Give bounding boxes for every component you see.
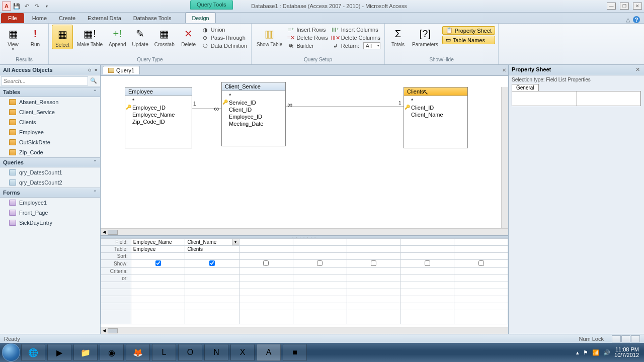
nav-item-client-service[interactable]: Client_Service bbox=[0, 107, 100, 117]
show-checkbox[interactable] bbox=[155, 260, 161, 266]
crosstab-button[interactable]: ▦Crosstab bbox=[152, 25, 177, 48]
table-names-toggle[interactable]: ▭Table Names bbox=[442, 36, 495, 44]
qbe-cell[interactable] bbox=[400, 268, 454, 275]
tray-action-center-icon[interactable]: ⚑ bbox=[583, 349, 588, 356]
qbe-cell[interactable] bbox=[347, 246, 400, 253]
qbe-cell[interactable] bbox=[347, 268, 400, 275]
nav-item-sickdayentry[interactable]: SickDayEntry bbox=[0, 218, 100, 228]
qbe-cell[interactable] bbox=[454, 239, 508, 246]
nav-collapse-icon[interactable]: « bbox=[95, 67, 97, 72]
insert-columns-button[interactable]: III⁺Insert Columns bbox=[331, 26, 381, 34]
qbe-cell[interactable] bbox=[239, 246, 293, 253]
qbe-cell[interactable] bbox=[400, 275, 454, 282]
diagram-hscroll[interactable]: ◀ bbox=[101, 228, 508, 235]
qbe-cell[interactable] bbox=[239, 268, 293, 275]
taskbar-outlook[interactable]: O bbox=[178, 344, 202, 361]
nav-item-employee1[interactable]: Employee1 bbox=[0, 198, 100, 208]
select-query-button[interactable]: ▦Select bbox=[52, 25, 73, 49]
nav-item-qry-datescount1[interactable]: qry_DatesCount1 bbox=[0, 167, 100, 177]
nav-section-forms[interactable]: Forms⌃ bbox=[0, 188, 100, 198]
field-zip-code-id[interactable]: Zip_Code_ID bbox=[125, 118, 192, 125]
pass-through-button[interactable]: ⊕Pass-Through bbox=[201, 34, 248, 42]
qbe-cell[interactable] bbox=[239, 275, 293, 282]
taskbar-camtasia[interactable]: ■ bbox=[283, 344, 307, 361]
qbe-cell[interactable] bbox=[454, 260, 508, 268]
field-client-id[interactable]: Client_ID bbox=[222, 106, 285, 113]
nav-section-tables[interactable]: Tables⌃ bbox=[0, 87, 100, 97]
taskbar-chrome[interactable]: ◉ bbox=[100, 344, 124, 361]
parameters-button[interactable]: [?]Parameters bbox=[410, 25, 440, 48]
diagram-vscroll[interactable] bbox=[501, 87, 508, 228]
access-app-icon[interactable]: A bbox=[2, 2, 11, 11]
undo-icon[interactable]: ↶ bbox=[22, 2, 31, 11]
taskbar-lync[interactable]: L bbox=[152, 344, 176, 361]
nav-item-front-page[interactable]: Front_Page bbox=[0, 208, 100, 218]
data-definition-button[interactable]: ⎔Data Definition bbox=[201, 42, 248, 50]
taskbar-firefox[interactable]: 🦊 bbox=[126, 344, 150, 361]
nav-header[interactable]: All Access Objects ⊙ « bbox=[0, 65, 100, 75]
taskbar-onenote[interactable]: N bbox=[204, 344, 228, 361]
view-button[interactable]: ▦ View ▾ bbox=[3, 25, 23, 52]
field--[interactable]: * bbox=[404, 97, 467, 104]
tray-volume-icon[interactable]: 🔊 bbox=[603, 349, 610, 356]
file-tab[interactable]: File bbox=[1, 13, 24, 23]
qbe-cell[interactable] bbox=[185, 253, 239, 260]
table-employee[interactable]: Employee *Employee_IDEmployee_NameZip_Co… bbox=[125, 87, 192, 148]
qbe-cell[interactable]: Employee_Name bbox=[131, 239, 185, 246]
builder-button[interactable]: 🛠Builder bbox=[286, 42, 329, 50]
show-table-button[interactable]: ▥Show Table bbox=[255, 25, 285, 48]
qbe-cell[interactable] bbox=[347, 275, 400, 282]
qbe-cell[interactable] bbox=[454, 253, 508, 260]
qbe-cell[interactable] bbox=[293, 246, 347, 253]
property-sheet-toggle[interactable]: 📋Property Sheet bbox=[442, 26, 495, 35]
make-table-button[interactable]: ▦!Make Table bbox=[75, 25, 105, 48]
qbe-cell[interactable] bbox=[131, 275, 185, 282]
qbe-cell[interactable] bbox=[185, 260, 239, 268]
design-tab[interactable]: Design bbox=[185, 13, 215, 23]
totals-button[interactable]: ΣTotals bbox=[388, 25, 408, 48]
delete-query-button[interactable]: ✕Delete bbox=[179, 25, 199, 48]
nav-dropdown-icon[interactable]: ⊙ bbox=[88, 68, 92, 72]
delete-columns-button[interactable]: III✕Delete Columns bbox=[331, 34, 381, 42]
datasheet-view-button[interactable] bbox=[612, 335, 621, 342]
minimize-ribbon-icon[interactable]: △ bbox=[626, 17, 630, 23]
taskbar-explorer[interactable]: 📁 bbox=[73, 344, 98, 361]
tray-expand-icon[interactable]: ▴ bbox=[576, 349, 579, 356]
tray-network-icon[interactable]: 📶 bbox=[592, 349, 599, 356]
taskbar-clock[interactable]: 11:08 PM 10/7/2012 bbox=[614, 347, 639, 358]
qbe-cell[interactable] bbox=[400, 246, 454, 253]
delete-rows-button[interactable]: ≡✕Delete Rows bbox=[286, 34, 329, 42]
show-checkbox[interactable] bbox=[317, 260, 323, 266]
search-icon[interactable]: 🔍 bbox=[88, 76, 99, 85]
field-service-id[interactable]: Service_ID bbox=[222, 99, 285, 106]
minimize-button[interactable]: — bbox=[607, 3, 616, 10]
diagram-pane[interactable]: Employee *Employee_IDEmployee_NameZip_Co… bbox=[101, 76, 508, 228]
start-button[interactable] bbox=[2, 343, 20, 361]
taskbar-access[interactable]: A bbox=[257, 344, 281, 361]
help-icon[interactable]: ? bbox=[633, 16, 640, 23]
nav-item-zip-code[interactable]: Zip_Code bbox=[0, 147, 100, 157]
qbe-cell[interactable] bbox=[454, 268, 508, 275]
show-checkbox[interactable] bbox=[478, 260, 484, 266]
insert-rows-button[interactable]: ≡⁺Insert Rows bbox=[286, 26, 329, 34]
show-checkbox[interactable] bbox=[425, 260, 430, 266]
taskbar-wmp[interactable]: ▶ bbox=[47, 344, 71, 361]
external-data-tab[interactable]: External Data bbox=[82, 13, 127, 23]
field--[interactable]: * bbox=[125, 97, 192, 104]
run-button[interactable]: ! Run bbox=[25, 25, 45, 48]
return-control[interactable]: ↲Return: All▾ bbox=[331, 42, 381, 50]
nav-item-outsickdate[interactable]: OutSickDate bbox=[0, 137, 100, 147]
qbe-cell[interactable] bbox=[185, 268, 239, 275]
field-employee-id[interactable]: Employee_ID bbox=[125, 104, 192, 111]
union-button[interactable]: ◑Union bbox=[201, 26, 248, 34]
qbe-cell[interactable]: Client_Name▾ bbox=[185, 239, 239, 246]
qbe-cell[interactable] bbox=[347, 260, 400, 268]
qbe-cell[interactable] bbox=[400, 239, 454, 246]
show-checkbox[interactable] bbox=[371, 260, 376, 266]
restore-button[interactable]: ❐ bbox=[620, 3, 629, 10]
nav-item-absent-reason[interactable]: Absent_Reason bbox=[0, 97, 100, 107]
qbe-cell[interactable] bbox=[239, 253, 293, 260]
qbe-cell[interactable]: Employee bbox=[131, 246, 185, 253]
field-meeting-date[interactable]: Meeting_Date bbox=[222, 120, 285, 127]
database-tools-tab[interactable]: Database Tools bbox=[127, 13, 178, 23]
